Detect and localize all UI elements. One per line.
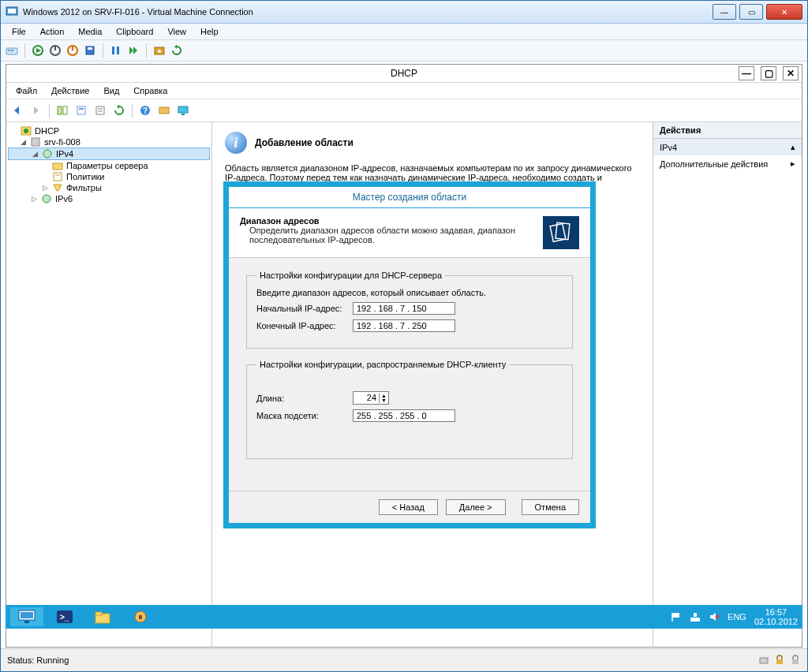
revert-icon[interactable] xyxy=(170,44,183,57)
shutdown-icon[interactable] xyxy=(66,44,79,57)
menu-action[interactable]: Action xyxy=(34,25,71,38)
save-icon[interactable] xyxy=(84,44,96,57)
reset-icon[interactable] xyxy=(127,44,140,57)
flag-icon[interactable] xyxy=(671,611,682,622)
length-input[interactable]: 24▲▼ xyxy=(353,391,389,405)
length-label: Длина: xyxy=(256,394,348,403)
wizard-graphic-icon xyxy=(543,216,579,249)
snapshot-icon[interactable] xyxy=(153,44,166,57)
back-button[interactable]: < Назад xyxy=(379,499,438,515)
help-text: Введите диапазон адресов, который описыв… xyxy=(256,288,563,297)
menu-clipboard[interactable]: Clipboard xyxy=(110,25,159,38)
forward-icon[interactable] xyxy=(28,103,44,118)
refresh-icon[interactable] xyxy=(111,103,127,118)
actions-group[interactable]: IPv4▴ xyxy=(653,139,802,155)
clock-date[interactable]: 02.10.2012 xyxy=(754,617,798,626)
back-icon[interactable] xyxy=(9,103,25,118)
taskbar-dhcp[interactable] xyxy=(124,607,157,626)
svg-point-38 xyxy=(43,150,51,158)
svg-rect-54 xyxy=(139,615,142,619)
wizard-header: Диапазон адресов Определить диапазон адр… xyxy=(229,208,590,258)
start-icon[interactable] xyxy=(32,44,44,57)
svg-rect-34 xyxy=(181,114,185,115)
tree-ipv4[interactable]: ◢IPv4 xyxy=(8,147,210,160)
menu-file-ru[interactable]: Файл xyxy=(9,84,43,97)
pause-icon[interactable] xyxy=(110,44,122,57)
actions-pane: Действия IPv4▴ Дополнительные действия▸ xyxy=(653,122,802,649)
start-ip-label: Начальный IP-адрес: xyxy=(256,304,348,313)
dhcp-menubar: Файл Действие Вид Справка xyxy=(6,83,802,99)
wizard-heading: Диапазон адресов xyxy=(240,216,320,226)
taskbar-server-manager[interactable] xyxy=(10,607,43,626)
clock-time[interactable]: 16:57 xyxy=(754,607,798,617)
svg-marker-21 xyxy=(34,106,39,114)
menu-media[interactable]: Media xyxy=(72,25,108,38)
monitor-icon[interactable] xyxy=(175,103,191,118)
server-taskbar[interactable]: >_ ENG 16:57 02.10.2012 xyxy=(6,605,802,629)
vmm-titlebar[interactable]: Windows 2012 on SRV-FI-016 - Virtual Mac… xyxy=(1,1,807,24)
taskbar-powershell[interactable]: >_ xyxy=(48,607,81,626)
tree-pane[interactable]: DHCP ◢srv-fi-008 ◢IPv4 Параметры сервера… xyxy=(6,122,212,649)
menu-view[interactable]: View xyxy=(161,25,193,38)
separator xyxy=(24,43,25,58)
next-button[interactable]: Далее > xyxy=(446,499,506,515)
fieldset-client-config: Настройки конфигурации, распространяемые… xyxy=(246,360,573,459)
separator xyxy=(132,103,133,118)
language-indicator[interactable]: ENG xyxy=(728,612,746,622)
tree-filters[interactable]: ▷Фильтры xyxy=(8,182,210,193)
vmm-minimize-button[interactable]: — xyxy=(713,4,736,20)
svg-text:>_: >_ xyxy=(60,613,69,622)
action-icon[interactable] xyxy=(156,103,172,118)
dhcp-maximize-button[interactable]: ▢ xyxy=(761,66,776,80)
properties-icon[interactable] xyxy=(73,103,89,118)
menu-help-ru[interactable]: Справка xyxy=(127,84,174,97)
dhcp-close-button[interactable]: ✕ xyxy=(783,66,799,80)
actions-more[interactable]: Дополнительные действия▸ xyxy=(653,155,802,172)
svg-rect-22 xyxy=(58,106,62,114)
tree-root[interactable]: DHCP xyxy=(8,125,210,136)
svg-point-36 xyxy=(24,129,28,133)
svg-rect-3 xyxy=(8,50,10,51)
tree-ipv6[interactable]: ▷IPv6 xyxy=(8,193,210,204)
start-ip-input[interactable]: 192 . 168 . 7 . 150 xyxy=(353,302,455,315)
dhcp-minimize-button[interactable]: — xyxy=(739,66,754,80)
dhcp-toolbar: ? xyxy=(6,99,802,122)
menu-file[interactable]: File xyxy=(6,25,32,38)
end-ip-input[interactable]: 192 . 168 . 7 . 250 xyxy=(353,319,455,332)
vmm-maximize-button[interactable]: ▭ xyxy=(739,4,763,20)
tree-server-params[interactable]: Параметры сервера xyxy=(8,160,210,171)
svg-marker-6 xyxy=(36,48,41,53)
wizard-dialog[interactable]: Мастер создания области Диапазон адресов… xyxy=(223,181,596,528)
tree-server[interactable]: ◢srv-fi-008 xyxy=(8,136,210,147)
network-icon[interactable] xyxy=(690,611,701,622)
taskbar-explorer[interactable] xyxy=(86,607,119,626)
tree-policies[interactable]: Политики xyxy=(8,171,210,182)
turnoff-icon[interactable] xyxy=(49,44,62,57)
mask-input[interactable]: 255 . 255 . 255 . 0 xyxy=(353,409,455,422)
end-ip-label: Конечный IP-адрес: xyxy=(256,321,348,330)
cancel-button[interactable]: Отмена xyxy=(522,499,579,515)
export-icon[interactable] xyxy=(92,103,108,118)
menu-view-ru[interactable]: Вид xyxy=(97,84,125,97)
wizard-buttons: < Назад Далее > Отмена xyxy=(229,491,590,523)
vmm-close-button[interactable]: ✕ xyxy=(766,4,802,20)
lock-icon xyxy=(774,655,785,666)
help-icon[interactable]: ? xyxy=(137,103,153,118)
svg-rect-10 xyxy=(72,47,73,50)
vmm-window: Windows 2012 on SRV-FI-016 - Virtual Mac… xyxy=(0,0,808,672)
menu-action-ru[interactable]: Действие xyxy=(45,84,95,97)
svg-rect-12 xyxy=(88,47,92,50)
svg-point-18 xyxy=(158,50,161,53)
menu-help[interactable]: Help xyxy=(194,25,225,38)
vmm-statusbar: Status: Running xyxy=(1,648,807,671)
ctrlaltdel-icon[interactable] xyxy=(6,44,18,57)
security-icon xyxy=(790,655,801,666)
dhcp-titlebar[interactable]: DHCP — ▢ ✕ xyxy=(6,65,802,83)
svg-rect-52 xyxy=(95,612,102,615)
svg-rect-64 xyxy=(792,659,799,664)
sound-icon[interactable] xyxy=(709,611,720,622)
show-hide-icon[interactable] xyxy=(54,103,70,118)
svg-rect-37 xyxy=(32,138,39,146)
svg-rect-26 xyxy=(96,106,104,114)
actions-header: Действия xyxy=(653,122,802,139)
